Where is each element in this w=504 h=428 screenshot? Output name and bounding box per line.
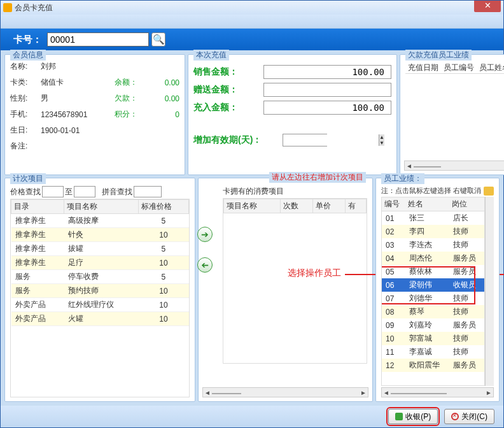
table-row[interactable]: 05蔡依林服务员: [382, 265, 484, 278]
rc-gift-input[interactable]: [263, 83, 391, 97]
owned-items-panel: 请从左边往右增加计次项目 ➔ ➔ 卡拥有的消费项目 项目名称 次数: [198, 178, 373, 402]
search-button[interactable]: 🔍: [151, 32, 165, 46]
annotation-text: 选择操作员工: [288, 268, 341, 279]
table-row[interactable]: 01张三店长: [382, 211, 484, 225]
table-row[interactable]: 11李嘉诚技师: [382, 345, 484, 359]
table-row[interactable]: 推拿养生足疗10: [11, 256, 189, 270]
spin-down-icon[interactable]: ▼: [379, 140, 384, 146]
add-hint: 请从左边往右增加计次项目: [269, 172, 366, 183]
window: 会员卡充值 ✕ 卡号： 🔍 会员信息 名称: 刘邦 卡类: 储值卡 余额： 0.…: [0, 0, 504, 428]
price-to-input[interactable]: [74, 186, 95, 197]
arrow-left-icon: ➔: [201, 260, 209, 270]
employee-vscroll[interactable]: [485, 197, 494, 386]
employee-panel: 员工业绩： 注：点击鼠标左键选择 右键取消 编号姓名岗位 01张三店长02李四技…: [375, 178, 500, 402]
pinyin-search-label: 拼音查找: [102, 187, 132, 197]
owned-items-table[interactable]: 项目名称 次数 单价 有: [223, 198, 367, 364]
scroll-left-icon[interactable]: ◄: [203, 389, 212, 396]
rc-valid-input[interactable]: [283, 134, 379, 146]
table-row[interactable]: 04周杰伦服务员: [382, 252, 484, 265]
employee-hscroll[interactable]: ◄ ►: [381, 387, 494, 397]
count-items-title: 计次项目: [10, 173, 46, 184]
table-row[interactable]: 推拿养生拔罐5: [11, 242, 189, 256]
table-row[interactable]: 03李连杰技师: [382, 238, 484, 252]
rc-in-input[interactable]: [263, 101, 391, 115]
mi-tel-label: 手机:: [10, 109, 41, 120]
table-row[interactable]: 外卖产品红外线理疗仪10: [11, 298, 189, 312]
app-icon: [3, 3, 12, 12]
mi-type-label: 卡类:: [10, 77, 41, 88]
table-row[interactable]: 08蔡琴技师: [382, 305, 484, 318]
employee-title: 员工业绩：: [381, 173, 424, 184]
count-items-table[interactable]: 目录项目名称标准价格 推拿养生高级按摩5推拿养生针灸10推拿养生拔罐5推拿养生足…: [10, 199, 190, 397]
member-info-panel: 会员信息 名称: 刘邦 卡类: 储值卡 余额： 0.00 性别: 男 欠款： 0…: [4, 54, 185, 175]
spin-up-icon[interactable]: ▲: [379, 134, 384, 140]
table-row[interactable]: 外卖产品火罐10: [11, 312, 189, 326]
window-close-button[interactable]: ✕: [474, 1, 501, 12]
debt-perf-panel: 欠款充值员工业绩 充值日期 员工编号 员工姓名 ◄ ►: [400, 54, 504, 175]
mi-sex-label: 性别:: [10, 93, 41, 104]
body: 会员信息 名称: 刘邦 卡类: 储值卡 余额： 0.00 性别: 男 欠款： 0…: [1, 50, 503, 406]
recharge-panel: 本次充值 销售金额： 赠送金额： 充入金额： 增加有效期(天)： ▲▼: [188, 54, 397, 175]
cash-icon: [395, 413, 403, 420]
cardno-input[interactable]: [47, 32, 149, 46]
window-title: 会员卡充值: [15, 3, 53, 13]
scroll-right-icon[interactable]: ►: [484, 389, 493, 396]
table-row[interactable]: 推拿养生高级按摩5: [11, 214, 189, 228]
rc-in-label: 充入金额：: [193, 102, 263, 113]
debt-perf-hscroll[interactable]: ◄ ►: [404, 160, 504, 171]
table-row[interactable]: 09刘嘉玲服务员: [382, 318, 484, 332]
toolbar-strip: [1, 15, 503, 29]
rc-valid-label: 增加有效期(天)：: [193, 134, 283, 146]
debt-perf-title: 欠款充值员工业绩: [405, 50, 472, 61]
scroll-left-icon[interactable]: ◄: [405, 162, 414, 169]
employee-table[interactable]: 编号姓名岗位 01张三店长02李四技师03李连杰技师04周杰伦服务员05蔡依林服…: [381, 197, 485, 386]
scroll-right-icon[interactable]: ►: [359, 389, 368, 396]
search-icon: 🔍: [153, 34, 165, 45]
table-row[interactable]: 服务预约技师10: [11, 284, 189, 298]
table-row[interactable]: 07刘德华技师: [382, 292, 484, 305]
mi-balance-label: 余额：: [111, 77, 141, 88]
arrow-right-icon: ➔: [201, 229, 209, 239]
close-button[interactable]: 关闭(C): [444, 409, 494, 424]
table-row[interactable]: 推拿养生针灸10: [11, 228, 189, 242]
mi-points: 0: [141, 110, 179, 119]
footer: 收银(P) 关闭(C): [1, 406, 503, 427]
cardno-label: 卡号：: [13, 34, 42, 46]
scroll-left-icon[interactable]: ◄: [382, 389, 391, 396]
rc-sale-input[interactable]: [263, 65, 391, 79]
mi-balance: 0.00: [141, 78, 179, 87]
price-search-label: 价格查找: [10, 187, 41, 197]
employee-note: 注：点击鼠标左键选择 右键取消: [381, 185, 494, 197]
table-row[interactable]: 10郭富城技师: [382, 332, 484, 345]
mi-bday-label: 生日:: [10, 125, 41, 136]
member-info-title: 会员信息: [10, 50, 46, 61]
mi-bday: 1900-01-01: [41, 126, 111, 135]
mi-points-label: 积分：: [111, 109, 141, 120]
rc-gift-label: 赠送金额：: [193, 84, 263, 96]
mi-debt: 0.00: [141, 94, 179, 103]
mi-note-label: 备注:: [10, 141, 41, 152]
close-icon: [451, 413, 459, 420]
owned-hscroll[interactable]: ◄ ►: [202, 387, 368, 397]
hand-icon: [484, 187, 494, 196]
table-row[interactable]: 服务停车收费5: [11, 270, 189, 284]
titlebar: 会员卡充值 ✕: [1, 1, 503, 15]
table-row[interactable]: 02李四技师: [382, 225, 484, 238]
mi-sex: 男: [41, 93, 111, 104]
recharge-title: 本次充值: [193, 50, 229, 61]
cashier-button[interactable]: 收银(P): [388, 409, 438, 424]
price-from-input[interactable]: [42, 186, 64, 197]
mi-name-label: 名称:: [10, 61, 41, 72]
count-items-panel: 计次项目 价格查找 至 拼音查找 目录项目名称标准价格 推拿养生高级按摩5推拿养…: [4, 178, 195, 402]
remove-left-button[interactable]: ➔: [197, 257, 213, 273]
debt-perf-header: 充值日期 员工编号 员工姓名: [405, 61, 504, 74]
table-row[interactable]: 12欧阳震华服务员: [382, 359, 484, 372]
rc-valid-spinner[interactable]: ▲▼: [283, 134, 327, 146]
mi-tel: 12345678901: [41, 110, 111, 119]
pinyin-search-input[interactable]: [134, 186, 162, 197]
cardno-bar: 卡号： 🔍: [1, 29, 503, 50]
table-row[interactable]: 06梁朝伟收银员: [382, 278, 484, 292]
add-right-button[interactable]: ➔: [197, 227, 213, 242]
mi-debt-label: 欠款：: [111, 93, 141, 104]
mi-name: 刘邦: [41, 61, 111, 72]
